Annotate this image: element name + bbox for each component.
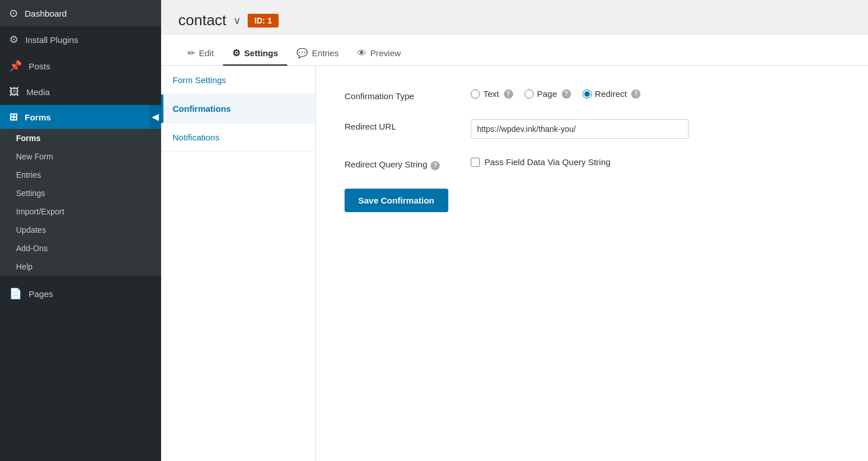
sidebar-item-settings[interactable]: Settings bbox=[0, 184, 161, 202]
sidebar-item-install-plugins[interactable]: ⚙ Install Plugins bbox=[0, 26, 161, 53]
confirmation-form-panel: Confirmation Type Text ? Page ? Redir bbox=[316, 66, 868, 461]
redirect-url-row: Redirect URL bbox=[345, 119, 839, 139]
redirect-url-field bbox=[471, 119, 839, 139]
settings-gear-icon: ⚙ bbox=[232, 48, 240, 58]
sidebar-item-entries[interactable]: Entries bbox=[0, 166, 161, 184]
tab-entries[interactable]: 💬 Entries bbox=[287, 42, 348, 66]
form-id-badge: ID: 1 bbox=[248, 14, 279, 28]
radio-text-option[interactable]: Text ? bbox=[471, 89, 513, 99]
tab-preview[interactable]: 👁 Preview bbox=[348, 42, 410, 66]
text-help-icon[interactable]: ? bbox=[504, 89, 513, 99]
confirmation-type-row: Confirmation Type Text ? Page ? Redir bbox=[345, 89, 839, 101]
forms-arrow-icon: ◀ bbox=[150, 105, 161, 129]
pass-field-data-checkbox-label[interactable]: Pass Field Data Via Query String bbox=[471, 157, 611, 167]
page-help-icon[interactable]: ? bbox=[562, 89, 571, 99]
radio-redirect-input[interactable] bbox=[582, 89, 592, 99]
sidebar-item-forms[interactable]: ⊞ Forms ◀ bbox=[0, 105, 161, 129]
redirect-url-label: Redirect URL bbox=[345, 119, 471, 131]
nav-notifications[interactable]: Notifications bbox=[161, 123, 315, 152]
sidebar: ⊙ Dashboard ⚙ Install Plugins 📌 Posts 🖼 … bbox=[0, 0, 161, 461]
gear-icon: ⚙ bbox=[9, 33, 18, 46]
nav-form-settings[interactable]: Form Settings bbox=[161, 66, 315, 95]
sidebar-item-add-ons[interactable]: Add-Ons bbox=[0, 239, 161, 257]
confirmation-type-options: Text ? Page ? Redirect ? bbox=[471, 89, 839, 99]
radio-page-option[interactable]: Page ? bbox=[525, 89, 571, 99]
settings-nav: Form Settings Confirmations Notification… bbox=[161, 66, 316, 461]
tab-edit[interactable]: ✏ Edit bbox=[178, 42, 223, 66]
nav-confirmations[interactable]: Confirmations bbox=[161, 95, 315, 123]
main-content: contact ∨ ID: 1 ✏ Edit ⚙ Settings 💬 Entr… bbox=[161, 0, 868, 461]
sidebar-item-pages[interactable]: 📄 Pages bbox=[0, 280, 161, 307]
pass-field-data-checkbox[interactable] bbox=[471, 158, 480, 167]
sidebar-item-dashboard[interactable]: ⊙ Dashboard bbox=[0, 0, 161, 26]
forms-sub-menu: Forms New Form Entries Settings Import/E… bbox=[0, 129, 161, 276]
redirect-query-string-row: Redirect Query String ? Pass Field Data … bbox=[345, 157, 839, 170]
redirect-query-string-label: Redirect Query String ? bbox=[345, 157, 471, 170]
tab-settings[interactable]: ⚙ Settings bbox=[223, 42, 287, 66]
confirmation-type-label: Confirmation Type bbox=[345, 89, 471, 101]
save-button-row: Save Confirmation bbox=[345, 189, 839, 212]
topbar: contact ∨ ID: 1 bbox=[161, 0, 868, 35]
sidebar-item-media[interactable]: 🖼 Media bbox=[0, 79, 161, 105]
redirect-query-string-field: Pass Field Data Via Query String bbox=[471, 157, 839, 167]
dashboard-icon: ⊙ bbox=[9, 7, 18, 19]
sidebar-item-help[interactable]: Help bbox=[0, 257, 161, 276]
query-string-help-icon[interactable]: ? bbox=[431, 161, 440, 170]
sidebar-item-new-form[interactable]: New Form bbox=[0, 147, 161, 166]
redirect-url-input[interactable] bbox=[471, 119, 689, 139]
entries-icon: 💬 bbox=[296, 48, 308, 58]
redirect-help-icon[interactable]: ? bbox=[631, 89, 640, 99]
chevron-down-icon[interactable]: ∨ bbox=[233, 14, 241, 27]
sidebar-item-forms-list[interactable]: Forms bbox=[0, 129, 161, 147]
save-confirmation-button[interactable]: Save Confirmation bbox=[345, 189, 448, 212]
radio-text-input[interactable] bbox=[471, 89, 480, 99]
sidebar-item-posts[interactable]: 📌 Posts bbox=[0, 53, 161, 79]
tab-bar: ✏ Edit ⚙ Settings 💬 Entries 👁 Preview bbox=[161, 35, 868, 66]
sidebar-item-import-export[interactable]: Import/Export bbox=[0, 202, 161, 221]
sidebar-item-updates[interactable]: Updates bbox=[0, 221, 161, 239]
posts-icon: 📌 bbox=[9, 60, 22, 72]
radio-redirect-option[interactable]: Redirect ? bbox=[582, 89, 641, 99]
radio-page-input[interactable] bbox=[525, 89, 534, 99]
preview-icon: 👁 bbox=[357, 48, 366, 58]
forms-icon: ⊞ bbox=[9, 111, 18, 123]
media-icon: 🖼 bbox=[9, 86, 19, 98]
edit-icon: ✏ bbox=[187, 48, 195, 58]
content-area: Form Settings Confirmations Notification… bbox=[161, 66, 868, 461]
pages-icon: 📄 bbox=[9, 287, 22, 300]
form-title: contact bbox=[178, 11, 226, 29]
